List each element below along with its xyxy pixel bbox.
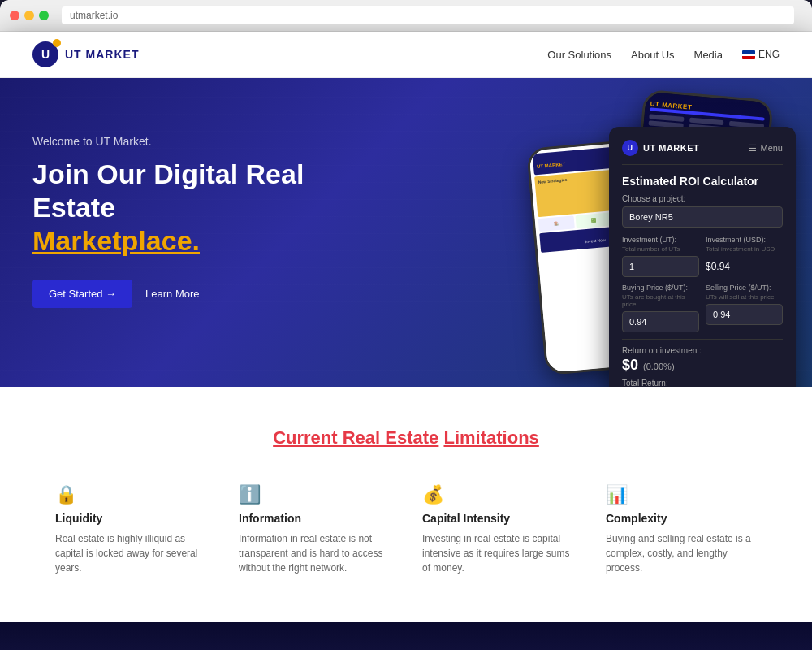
- limitations-title: Current Real Estate Limitations: [49, 427, 763, 448]
- limitation-liquidity: 🔒 Liquidity Real estate is highly illiqu…: [49, 478, 213, 582]
- limitations-title-highlight: Limitations: [443, 427, 538, 448]
- browser-address-bar[interactable]: utmarket.io: [62, 6, 794, 24]
- roi-header: U UT MARKET ☰ Menu: [622, 140, 783, 165]
- hero-section: Welcome to UT Market. Join Our Digital R…: [0, 78, 812, 387]
- nav-about-us[interactable]: About Us: [631, 49, 674, 61]
- limitation-complexity: 📊 Complexity Buying and selling real est…: [599, 478, 763, 582]
- learn-more-button[interactable]: Learn More: [145, 288, 199, 300]
- roi-buying-label: Buying Price ($/UT):: [622, 284, 699, 292]
- logo-text: UT MARKET: [65, 48, 139, 61]
- hero-welcome: Welcome to UT Market.: [32, 135, 374, 148]
- roi-investment-ut-input[interactable]: [622, 256, 699, 277]
- roi-investment-usd-group: Investment (USD): Total investment in US…: [706, 236, 783, 277]
- roi-result-section: Return on investment: $0 (0.00%) Total R…: [622, 339, 783, 387]
- browser-close-dot[interactable]: [10, 11, 19, 20]
- complexity-title: Complexity: [606, 512, 757, 525]
- liquidity-title: Liquidity: [55, 512, 206, 525]
- roi-buying-group: Buying Price ($/UT): UTs are bought at t…: [622, 284, 699, 332]
- roi-menu-label: Menu: [760, 143, 783, 153]
- roi-total-label: Total Return:: [622, 379, 783, 387]
- roi-logo: U UT MARKET: [622, 140, 699, 156]
- roi-menu-button[interactable]: ☰ Menu: [749, 143, 783, 154]
- roi-logo-icon: U: [622, 140, 638, 156]
- roi-investment-ut-sublabel: Total number of UTs: [622, 245, 699, 253]
- roi-buying-input[interactable]: [622, 311, 699, 332]
- phone-inner-logo: UT MARKET: [537, 162, 566, 169]
- phone-icon-2: 💹: [575, 212, 611, 228]
- capital-title: Capital Intensity: [422, 512, 573, 525]
- logo-icon: [32, 41, 58, 67]
- limitation-information: ℹ️ Information Information in real estat…: [232, 478, 396, 582]
- roi-selling-label: Selling Price ($/UT):: [706, 284, 783, 292]
- roi-return-pct: (0.00%): [643, 362, 675, 371]
- nav-our-solutions[interactable]: Our Solutions: [547, 49, 611, 61]
- logo[interactable]: UT MARKET: [32, 41, 139, 67]
- phone-icon-1: 🏠: [538, 215, 575, 232]
- hero-content: Welcome to UT Market. Join Our Digital R…: [32, 119, 374, 308]
- get-started-button[interactable]: Get Started →: [32, 280, 132, 308]
- roi-project-label: Choose a project:: [622, 194, 783, 203]
- flag-icon: [742, 50, 755, 59]
- nav-links: Our Solutions About Us Media ENG: [547, 49, 780, 61]
- nav-media[interactable]: Media: [694, 49, 723, 61]
- limitations-section: Current Real Estate Limitations 🔒 Liquid…: [0, 387, 812, 622]
- limitations-title-normal: Current Real Estate: [273, 427, 438, 448]
- information-desc: Information in real estate is not transp…: [239, 531, 390, 575]
- roi-selling-input[interactable]: [706, 304, 783, 325]
- roi-logo-text: UT MARKET: [643, 143, 699, 153]
- roi-selling-sublabel: UTs will sell at this price: [706, 293, 783, 301]
- hero-title-highlight: Marketplace.: [32, 224, 374, 258]
- nav-lang-label: ENG: [758, 49, 780, 60]
- capital-desc: Investing in real estate is capital inte…: [422, 531, 573, 575]
- hero-title-line1: Join Our Digital Real Estate: [32, 158, 304, 223]
- roi-investment-ut-group: Investment (UT): Total number of UTs: [622, 236, 699, 277]
- browser-chrome: utmarket.io: [0, 0, 812, 32]
- roi-price-row: Buying Price ($/UT): UTs are bought at t…: [622, 284, 783, 332]
- browser-minimize-dot[interactable]: [24, 11, 34, 20]
- roi-investment-usd-value: $0.94: [706, 256, 783, 277]
- phone-cta-text: Invest Now: [585, 237, 606, 244]
- roi-selling-group: Selling Price ($/UT): UTs will sell at t…: [706, 284, 783, 332]
- capital-icon: 💰: [422, 484, 573, 505]
- roi-return-row: $0 (0.00%): [622, 357, 783, 374]
- information-icon: ℹ️: [239, 484, 390, 505]
- limitation-capital: 💰 Capital Intensity Investing in real es…: [416, 478, 580, 582]
- roi-calculator: U UT MARKET ☰ Menu Estimated ROI Calcula…: [609, 127, 796, 387]
- roi-investment-row: Investment (UT): Total number of UTs Inv…: [622, 236, 783, 277]
- mission-section: Our Mission We create a more liquid, tra…: [0, 622, 812, 650]
- complexity-desc: Buying and selling real estate is a comp…: [606, 531, 757, 575]
- roi-return-label: Return on investment:: [622, 346, 783, 355]
- hero-buttons: Get Started → Learn More: [32, 280, 374, 308]
- roi-investment-ut-label: Investment (UT):: [622, 236, 699, 244]
- hero-title: Join Our Digital Real Estate Marketplace…: [32, 158, 374, 257]
- liquidity-desc: Real estate is highly illiquid as capita…: [55, 531, 206, 575]
- nav-language[interactable]: ENG: [742, 49, 780, 60]
- limitations-grid: 🔒 Liquidity Real estate is highly illiqu…: [49, 478, 763, 582]
- roi-investment-usd-label: Investment (USD):: [706, 236, 783, 244]
- liquidity-icon: 🔒: [55, 484, 206, 505]
- roi-project-select[interactable]: Borey NR5: [622, 206, 783, 228]
- roi-buying-sublabel: UTs are bought at this price: [622, 293, 699, 308]
- site-wrapper: UT MARKET Our Solutions About Us Media E…: [0, 32, 812, 650]
- roi-investment-usd-sublabel: Total investment in USD: [706, 245, 783, 253]
- complexity-icon: 📊: [606, 484, 757, 505]
- browser-maximize-dot[interactable]: [39, 11, 49, 20]
- roi-return-value: $0: [622, 357, 638, 374]
- roi-title: Estimated ROI Calculator: [622, 175, 783, 188]
- hamburger-icon: ☰: [749, 143, 757, 154]
- navbar: UT MARKET Our Solutions About Us Media E…: [0, 32, 812, 78]
- information-title: Information: [239, 512, 390, 525]
